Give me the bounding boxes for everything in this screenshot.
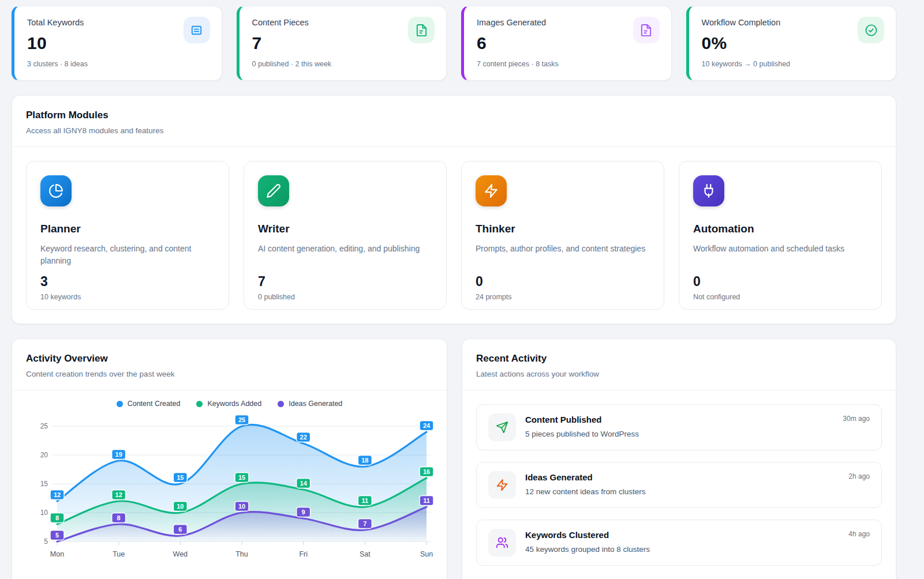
dashboard-page: Total Keywords103 clusters · 8 ideasCont… [0, 0, 924, 579]
module-icon-badge [476, 175, 507, 206]
stats-row: Total Keywords103 clusters · 8 ideasCont… [12, 6, 896, 81]
zap-icon [484, 183, 499, 198]
stat-value: 0% [702, 33, 884, 53]
svg-text:5: 5 [44, 537, 48, 546]
legend-label: Ideas Generated [289, 400, 342, 408]
activity-item[interactable]: Content Published5 pieces published to W… [476, 404, 882, 450]
svg-text:10: 10 [238, 503, 245, 510]
file-text-icon [415, 24, 428, 37]
module-description: Keyword research, clustering, and conten… [40, 243, 215, 267]
activity-overview-title: Activity Overview [26, 353, 433, 364]
module-sub: 24 prompts [476, 293, 650, 301]
legend-label: Keywords Added [207, 400, 261, 408]
svg-text:12: 12 [115, 491, 122, 498]
svg-text:Thu: Thu [235, 550, 248, 558]
check-circle-icon [865, 24, 878, 37]
stat-card: Content Pieces70 published · 2 this week [237, 6, 447, 81]
activity-title: Ideas Generated [525, 472, 646, 482]
legend-dot [196, 401, 203, 407]
svg-text:22: 22 [300, 434, 307, 441]
svg-text:Wed: Wed [173, 550, 188, 558]
stat-value: 7 [252, 33, 434, 53]
stat-icon-badge [184, 17, 210, 43]
module-value: 0 [693, 274, 867, 290]
stat-label: Content Pieces [252, 18, 434, 27]
activity-description: 5 pieces published to WordPress [525, 430, 639, 438]
svg-text:24: 24 [423, 422, 431, 429]
legend-item[interactable]: Content Created [117, 400, 181, 408]
legend-label: Content Created [128, 400, 181, 408]
users-icon [496, 536, 508, 549]
svg-text:5: 5 [55, 532, 59, 539]
module-icon-badge [693, 175, 724, 206]
svg-text:14: 14 [300, 480, 308, 487]
activity-title: Keywords Clustered [525, 530, 650, 540]
activity-icon-badge [488, 471, 516, 499]
bottom-row: Activity Overview Content creation trend… [12, 339, 896, 579]
recent-activity-panel: Recent Activity Latest actions across yo… [462, 339, 896, 579]
svg-text:18: 18 [361, 457, 368, 464]
platform-modules-title: Platform Modules [26, 110, 882, 121]
activity-item[interactable]: Keywords Clustered45 keywords grouped in… [476, 520, 882, 566]
module-sub: 10 keywords [40, 293, 215, 301]
module-card-writer[interactable]: WriterAI content generation, editing, an… [244, 161, 447, 310]
svg-text:12: 12 [54, 491, 61, 498]
legend-item[interactable]: Keywords Added [196, 400, 261, 408]
zap-icon [496, 479, 508, 491]
module-card-planner[interactable]: PlannerKeyword research, clustering, and… [26, 161, 229, 310]
module-card-thinker[interactable]: ThinkerPrompts, author profiles, and con… [461, 161, 664, 310]
list-icon [190, 24, 203, 37]
stat-card: Images Generated67 content pieces · 8 ta… [461, 6, 672, 81]
plug-icon [701, 183, 716, 198]
stat-icon-badge [408, 17, 435, 43]
svg-text:25: 25 [238, 416, 245, 423]
recent-activity-list: Content Published5 pieces published to W… [462, 390, 896, 579]
svg-text:15: 15 [40, 480, 48, 488]
svg-text:7: 7 [363, 520, 366, 527]
file-text-icon [639, 24, 653, 37]
svg-text:25: 25 [40, 422, 48, 430]
svg-text:Sun: Sun [420, 550, 433, 558]
activity-text: Content Published5 pieces published to W… [525, 413, 639, 438]
activity-overview-subtitle: Content creation trends over the past we… [26, 370, 433, 378]
stat-sub: 3 clusters · 8 ideas [27, 60, 209, 68]
module-icon-badge [40, 175, 72, 206]
stat-value: 10 [27, 33, 209, 53]
svg-text:Mon: Mon [50, 550, 64, 558]
module-card-automation[interactable]: AutomationWorkflow automation and schedu… [679, 161, 882, 310]
activity-chart: 252015105MonTueWedThuFriSatSun1219152522… [12, 409, 447, 565]
stat-sub: 10 keywords → 0 published [702, 60, 884, 68]
svg-text:15: 15 [177, 474, 184, 481]
activity-item[interactable]: Ideas Generated12 new content ideas from… [476, 462, 882, 508]
module-description: Workflow automation and scheduled tasks [693, 243, 867, 267]
activity-title: Content Published [525, 415, 639, 424]
module-name: Automation [693, 223, 867, 235]
module-sub: 0 published [258, 293, 432, 301]
svg-text:11: 11 [423, 497, 430, 504]
activity-overview-panel: Activity Overview Content creation trend… [12, 339, 447, 579]
activity-timestamp: 2h ago [848, 472, 870, 480]
svg-text:15: 15 [238, 474, 245, 481]
stat-label: Total Keywords [27, 18, 209, 27]
activity-icon-badge [488, 529, 516, 557]
modules-grid: PlannerKeyword research, clustering, and… [26, 161, 882, 310]
module-description: AI content generation, editing, and publ… [258, 243, 432, 267]
activity-timestamp: 4h ago [848, 530, 870, 538]
stat-icon-badge [858, 17, 884, 43]
activity-description: 45 keywords grouped into 8 clusters [525, 545, 650, 554]
svg-text:9: 9 [302, 509, 305, 516]
recent-activity-title: Recent Activity [476, 353, 882, 364]
chart-legend: Content CreatedKeywords AddedIdeas Gener… [12, 390, 447, 409]
platform-modules-panel: Platform Modules Access all IGNY8 module… [12, 95, 896, 324]
pencil-icon [266, 183, 281, 198]
legend-dot [278, 401, 284, 407]
svg-text:19: 19 [115, 451, 122, 458]
legend-item[interactable]: Ideas Generated [278, 400, 342, 408]
svg-text:8: 8 [55, 514, 59, 521]
module-value: 0 [476, 274, 650, 290]
activity-timestamp: 30m ago [843, 415, 870, 423]
send-icon [496, 421, 508, 434]
svg-text:20: 20 [40, 451, 48, 459]
module-icon-badge [258, 175, 289, 206]
module-value: 7 [258, 274, 432, 290]
